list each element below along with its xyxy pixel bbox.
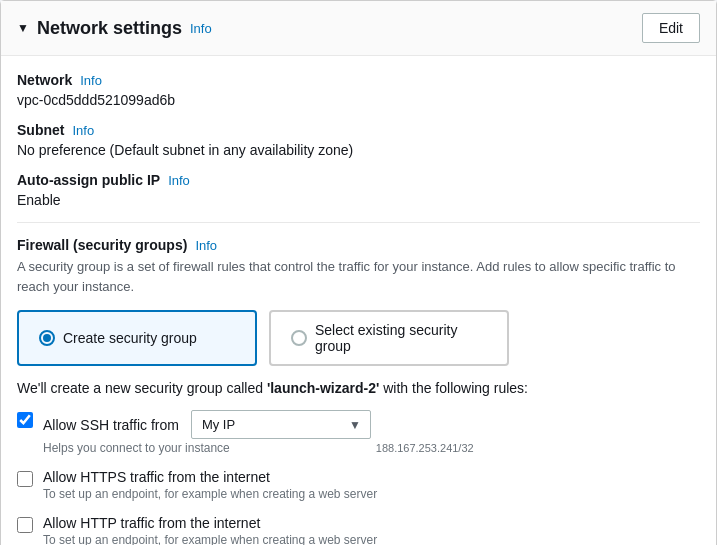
http-label: Allow HTTP traffic from the internet [43, 515, 260, 531]
panel-header: ▼ Network settings Info Edit [1, 1, 716, 56]
ssh-description: Helps you connect to your instance [43, 441, 230, 455]
new-sg-info-text: We'll create a new security group called… [17, 380, 700, 396]
select-sg-label: Select existing security group [315, 322, 487, 354]
auto-assign-info-link[interactable]: Info [168, 173, 190, 188]
http-checkbox[interactable] [17, 517, 33, 533]
auto-assign-label: Auto-assign public IP [17, 172, 160, 188]
network-label-row: Network Info [17, 72, 700, 88]
firewall-section: Firewall (security groups) Info A securi… [17, 237, 700, 296]
ssh-label-row: Allow SSH traffic from My IP Anywhere Cu… [43, 410, 700, 439]
network-section: Network Info vpc-0cd5ddd521099ad6b [17, 72, 700, 108]
network-settings-panel: ▼ Network settings Info Edit Network Inf… [0, 0, 717, 545]
auto-assign-value: Enable [17, 192, 700, 208]
panel-title: Network settings [37, 18, 182, 39]
new-sg-suffix: with the following rules: [379, 380, 528, 396]
auto-assign-section: Auto-assign public IP Info Enable [17, 172, 700, 208]
subnet-value: No preference (Default subnet in any ava… [17, 142, 700, 158]
auto-assign-label-row: Auto-assign public IP Info [17, 172, 700, 188]
subnet-section: Subnet Info No preference (Default subne… [17, 122, 700, 158]
https-label: Allow HTTPS traffic from the internet [43, 469, 270, 485]
create-sg-radio-circle [39, 330, 55, 346]
subnet-label: Subnet [17, 122, 64, 138]
edit-button[interactable]: Edit [642, 13, 700, 43]
new-sg-prefix: We'll create a new security group called [17, 380, 267, 396]
create-sg-option[interactable]: Create security group [17, 310, 257, 366]
network-label: Network [17, 72, 72, 88]
section-divider [17, 222, 700, 223]
https-description: To set up an endpoint, for example when … [43, 487, 700, 501]
network-info-link[interactable]: Info [80, 73, 102, 88]
new-sg-name: 'launch-wizard-2' [267, 380, 379, 396]
subnet-info-link[interactable]: Info [72, 123, 94, 138]
http-description: To set up an endpoint, for example when … [43, 533, 700, 545]
ssh-checkbox[interactable] [17, 412, 33, 428]
ip-value-display: 188.167.253.241/32 [376, 442, 474, 454]
http-checkbox-item: Allow HTTP traffic from the internet To … [17, 515, 700, 545]
create-sg-label: Create security group [63, 330, 197, 346]
ip-select[interactable]: My IP Anywhere Custom [191, 410, 371, 439]
collapse-icon[interactable]: ▼ [17, 21, 29, 35]
http-checkbox-content: Allow HTTP traffic from the internet To … [43, 515, 700, 545]
https-checkbox-content: Allow HTTPS traffic from the internet To… [43, 469, 700, 501]
firewall-label: Firewall (security groups) [17, 237, 187, 253]
security-group-radio-group: Create security group Select existing se… [17, 310, 700, 366]
firewall-info-link[interactable]: Info [195, 238, 217, 253]
header-left: ▼ Network settings Info [17, 18, 212, 39]
ssh-checkbox-item: Allow SSH traffic from My IP Anywhere Cu… [17, 410, 700, 455]
subnet-label-row: Subnet Info [17, 122, 700, 138]
https-checkbox[interactable] [17, 471, 33, 487]
panel-body: Network Info vpc-0cd5ddd521099ad6b Subne… [1, 56, 716, 545]
ssh-label: Allow SSH traffic from [43, 417, 179, 433]
ip-select-wrapper: My IP Anywhere Custom ▼ [191, 410, 371, 439]
select-sg-radio-circle [291, 330, 307, 346]
panel-info-link[interactable]: Info [190, 21, 212, 36]
ssh-checkbox-content: Allow SSH traffic from My IP Anywhere Cu… [43, 410, 700, 455]
select-sg-option[interactable]: Select existing security group [269, 310, 509, 366]
firewall-description: A security group is a set of firewall ru… [17, 257, 700, 296]
https-checkbox-item: Allow HTTPS traffic from the internet To… [17, 469, 700, 501]
firewall-label-row: Firewall (security groups) Info [17, 237, 700, 253]
network-value: vpc-0cd5ddd521099ad6b [17, 92, 700, 108]
